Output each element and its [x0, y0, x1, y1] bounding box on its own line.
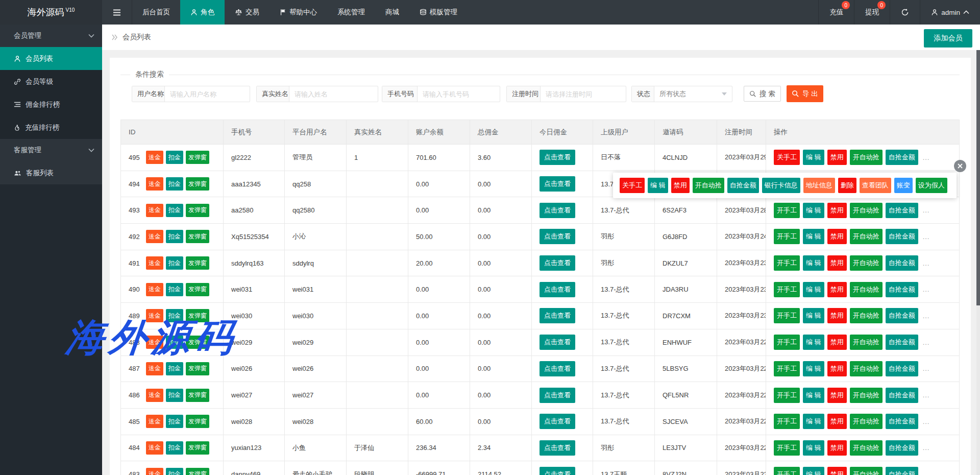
deduct-gold-button[interactable]: 扣金 [166, 468, 183, 475]
popup-button-5[interactable]: 银行卡信息 [762, 178, 800, 193]
op-button-0[interactable]: 编 辑 [803, 414, 824, 429]
scrollbar-thumb[interactable] [976, 50, 980, 305]
op-button-2[interactable]: 开自动抢 [850, 335, 883, 350]
op-button-0[interactable]: 编 辑 [803, 335, 824, 350]
manual-toggle-button[interactable]: 开手工 [774, 282, 800, 297]
sidebar-item-0-1[interactable]: 会员等级 [0, 70, 102, 93]
op-button-2[interactable]: 开自动抢 [850, 282, 883, 297]
field-input-0[interactable] [165, 86, 250, 102]
op-button-0[interactable]: 编 辑 [803, 150, 824, 165]
manual-toggle-button[interactable]: 开手工 [774, 335, 800, 350]
op-button-2[interactable]: 开自动抢 [850, 229, 883, 244]
send-popup-button[interactable]: 发弹窗 [186, 230, 209, 243]
send-popup-button[interactable]: 发弹窗 [186, 336, 209, 349]
give-gold-button[interactable]: 送金 [146, 336, 163, 349]
send-popup-button[interactable]: 发弹窗 [186, 204, 209, 217]
view-today-commission-button[interactable]: 点击查看 [540, 388, 575, 403]
op-button-1[interactable]: 禁用 [827, 203, 847, 218]
scrollbar-track[interactable] [976, 50, 980, 475]
deduct-gold-button[interactable]: 扣金 [166, 362, 183, 375]
more-actions[interactable]: ... [923, 312, 930, 320]
sidebar-group-1[interactable]: 客服管理 [0, 139, 102, 161]
op-button-3[interactable]: 自抢金额 [886, 361, 918, 376]
sidebar-group-0[interactable]: 会员管理 [0, 25, 102, 47]
op-button-1[interactable]: 禁用 [827, 388, 847, 403]
send-popup-button[interactable]: 发弹窗 [186, 309, 209, 322]
op-button-1[interactable]: 禁用 [827, 361, 847, 376]
popup-button-6[interactable]: 地址信息 [803, 178, 835, 193]
more-actions[interactable]: ... [923, 233, 930, 241]
more-actions[interactable]: ... [923, 339, 930, 346]
manual-toggle-button[interactable]: 开手工 [774, 414, 800, 429]
nav-item-5[interactable]: 商城 [375, 0, 409, 25]
nav-item-2[interactable]: 交易 [225, 0, 270, 25]
send-popup-button[interactable]: 发弹窗 [186, 389, 209, 402]
add-member-button[interactable]: 添加会员 [924, 29, 972, 48]
manual-toggle-button[interactable]: 开手工 [774, 255, 800, 271]
field-input-2[interactable] [418, 86, 500, 102]
op-button-3[interactable]: 自抢金额 [886, 255, 918, 271]
op-button-3[interactable]: 自抢金额 [886, 440, 918, 456]
nav-right-item-2[interactable] [890, 0, 920, 25]
give-gold-button[interactable]: 送金 [146, 415, 163, 428]
send-popup-button[interactable]: 发弹窗 [186, 256, 209, 270]
more-actions[interactable]: ... [923, 391, 930, 399]
nav-item-1[interactable]: 角色 [180, 0, 225, 25]
view-today-commission-button[interactable]: 点击查看 [540, 308, 575, 323]
deduct-gold-button[interactable]: 扣金 [166, 336, 183, 349]
view-today-commission-button[interactable]: 点击查看 [540, 176, 575, 192]
give-gold-button[interactable]: 送金 [146, 256, 163, 270]
sidebar-item-0-2[interactable]: 佣金排行榜 [0, 93, 102, 116]
popup-button-4[interactable]: 自抢金额 [727, 178, 759, 193]
sidebar-toggle-button[interactable] [102, 0, 132, 25]
more-actions[interactable]: ... [923, 444, 930, 452]
op-button-0[interactable]: 编 辑 [803, 255, 824, 271]
view-today-commission-button[interactable]: 点击查看 [540, 229, 575, 244]
op-button-2[interactable]: 开自动抢 [850, 414, 883, 429]
more-actions[interactable]: ... [923, 259, 930, 267]
popup-close-button[interactable] [954, 160, 966, 172]
nav-right-item-0[interactable]: 充值0 [818, 0, 854, 25]
popup-button-7[interactable]: 删除 [838, 178, 856, 193]
op-button-1[interactable]: 禁用 [827, 229, 847, 244]
give-gold-button[interactable]: 送金 [146, 230, 163, 243]
deduct-gold-button[interactable]: 扣金 [166, 441, 183, 455]
manual-toggle-button[interactable]: 开手工 [774, 229, 800, 244]
deduct-gold-button[interactable]: 扣金 [166, 151, 183, 164]
op-button-2[interactable]: 开自动抢 [850, 467, 883, 475]
op-button-2[interactable]: 开自动抢 [850, 361, 883, 376]
nav-item-3[interactable]: 帮助中心 [270, 0, 327, 25]
view-today-commission-button[interactable]: 点击查看 [540, 414, 575, 429]
export-button[interactable]: 导 出 [787, 85, 823, 102]
popup-button-3[interactable]: 开自动抢 [693, 178, 724, 193]
op-button-1[interactable]: 禁用 [827, 467, 847, 475]
op-button-3[interactable]: 自抢金额 [886, 388, 918, 403]
op-button-1[interactable]: 禁用 [827, 414, 847, 429]
sidebar-item-0-3[interactable]: 充值排行榜 [0, 116, 102, 139]
give-gold-button[interactable]: 送金 [146, 468, 163, 475]
manual-toggle-button[interactable]: 开手工 [774, 361, 800, 376]
nav-item-0[interactable]: 后台首页 [132, 0, 180, 25]
op-button-2[interactable]: 开自动抢 [850, 388, 883, 403]
more-actions[interactable]: ... [923, 418, 930, 425]
app-logo[interactable]: 海外源码V10 [0, 0, 102, 25]
send-popup-button[interactable]: 发弹窗 [186, 468, 209, 475]
op-button-3[interactable]: 自抢金额 [886, 308, 918, 323]
more-actions[interactable]: ... [923, 286, 930, 293]
op-button-2[interactable]: 开自动抢 [850, 150, 883, 165]
view-today-commission-button[interactable]: 点击查看 [540, 255, 575, 271]
nav-right-item-3[interactable]: admin [920, 0, 980, 25]
op-button-1[interactable]: 禁用 [827, 282, 847, 297]
nav-right-item-1[interactable]: 提现0 [854, 0, 890, 25]
field-input-3[interactable] [541, 86, 626, 102]
op-button-3[interactable]: 自抢金额 [886, 414, 918, 429]
give-gold-button[interactable]: 送金 [146, 362, 163, 375]
op-button-1[interactable]: 禁用 [827, 255, 847, 271]
deduct-gold-button[interactable]: 扣金 [166, 177, 183, 191]
send-popup-button[interactable]: 发弹窗 [186, 362, 209, 375]
op-button-0[interactable]: 编 辑 [803, 467, 824, 475]
sidebar-item-0-0[interactable]: 会员列表 [0, 47, 102, 70]
nav-item-4[interactable]: 系统管理 [327, 0, 375, 25]
view-today-commission-button[interactable]: 点击查看 [540, 335, 575, 350]
popup-button-2[interactable]: 禁用 [671, 178, 690, 193]
